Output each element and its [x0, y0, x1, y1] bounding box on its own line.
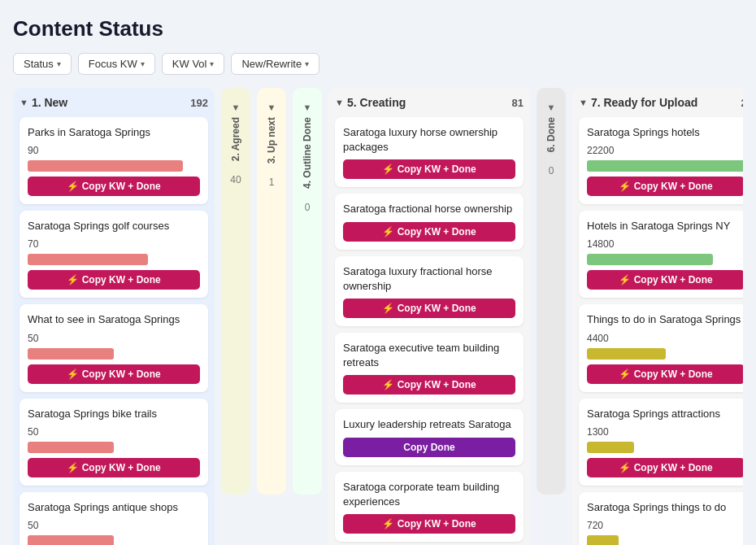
- card-new-4-kw: 50: [28, 426, 200, 438]
- card-creating-3-btn[interactable]: ⚡ Copy KW + Done: [343, 299, 515, 318]
- col-done-arrow: ▼: [547, 102, 556, 112]
- card-creating-4-title: Saratoga executive team building retreat…: [343, 341, 515, 370]
- card-new-1-title: Parks in Saratoga Springs: [28, 125, 200, 140]
- column-outline: ▼ 4. Outline Done 0: [293, 88, 322, 495]
- col-creating-title: ▼ 5. Creating: [335, 96, 406, 109]
- card-upload-3-bar: [587, 348, 666, 360]
- col-creating-arrow: ▼: [335, 98, 344, 107]
- filter-status[interactable]: Status: [13, 53, 72, 75]
- card-upload-4-title: Saratoga Springs attractions: [587, 407, 743, 421]
- card-upload-5-kw: 720: [587, 520, 743, 531]
- card-new-1: Parks in Saratoga Springs 90 ⚡ Copy KW +…: [20, 117, 208, 204]
- card-upload-4: Saratoga Springs attractions 1300 ⚡ Copy…: [579, 399, 743, 486]
- card-upload-1-btn[interactable]: ⚡ Copy KW + Done: [587, 177, 743, 196]
- card-creating-6: Saratoga corporate team building experie…: [335, 472, 524, 542]
- col-new-arrow: ▼: [20, 98, 28, 107]
- filter-bar: Status Focus KW KW Vol New/Rewrite: [13, 53, 743, 75]
- col-upnext-arrow: ▼: [267, 102, 276, 112]
- column-upload: ▼ 7. Ready for Upload 20 Saratoga Spring…: [572, 88, 743, 545]
- page-wrapper: Content Status Status Focus KW KW Vol Ne…: [0, 0, 756, 545]
- col-agreed-inner: ▼ 2. Agreed 40: [228, 96, 244, 192]
- card-new-3: What to see in Saratoga Springs 50 ⚡ Cop…: [20, 304, 208, 391]
- card-creating-1-title: Saratoga luxury horse ownership packages: [343, 125, 515, 155]
- card-creating-2-title: Saratoga fractional horse ownership: [343, 202, 515, 216]
- col-new-count: 192: [190, 97, 208, 109]
- card-upload-2-kw: 14800: [587, 238, 743, 250]
- filter-focus-kw[interactable]: Focus KW: [78, 53, 155, 75]
- col-new-title: ▼ 1. New: [20, 96, 67, 109]
- col-upload-header: ▼ 7. Ready for Upload 20: [579, 96, 743, 109]
- card-upload-2-btn[interactable]: ⚡ Copy KW + Done: [587, 270, 743, 290]
- card-new-1-kw: 90: [28, 145, 200, 156]
- page-title: Content Status: [13, 16, 743, 41]
- col-upnext-count: 1: [269, 177, 275, 188]
- card-new-3-btn[interactable]: ⚡ Copy KW + Done: [28, 364, 200, 384]
- col-upnext-inner: ▼ 3. Up next 1: [263, 96, 280, 194]
- card-new-2: Saratoga Springs golf courses 70 ⚡ Copy …: [20, 211, 208, 298]
- filter-new-rewrite[interactable]: New/Rewrite: [231, 53, 319, 75]
- card-creating-3-title: Saratoga luxury fractional horse ownersh…: [343, 264, 515, 294]
- card-upload-4-kw: 1300: [587, 426, 743, 438]
- col-done-title: 6. Done: [545, 117, 557, 152]
- col-upload-arrow: ▼: [579, 98, 588, 107]
- card-creating-5: Luxury leadership retreats Saratoga Copy…: [335, 409, 524, 464]
- card-new-5-kw: 50: [28, 520, 200, 531]
- col-new-header: ▼ 1. New 192: [20, 96, 208, 109]
- col-outline-title: 4. Outline Done: [302, 117, 313, 189]
- card-upload-4-bar: [587, 442, 634, 453]
- card-new-5: Saratoga Springs antique shops 50 ⚡ Copy…: [20, 492, 208, 545]
- card-new-5-bar: [28, 535, 114, 545]
- col-done-count: 0: [549, 165, 554, 177]
- card-creating-4: Saratoga executive team building retreat…: [335, 333, 524, 403]
- card-creating-5-btn[interactable]: Copy Done: [343, 438, 515, 457]
- filter-kw-vol[interactable]: KW Vol: [162, 53, 225, 75]
- card-upload-1-title: Saratoga Springs hotels: [587, 125, 743, 140]
- col-creating-count: 81: [512, 97, 524, 109]
- col-outline-count: 0: [305, 202, 311, 213]
- card-new-2-btn[interactable]: ⚡ Copy KW + Done: [28, 270, 200, 290]
- card-new-3-title: What to see in Saratoga Springs: [28, 312, 200, 327]
- card-new-4-btn[interactable]: ⚡ Copy KW + Done: [28, 458, 200, 477]
- card-new-2-kw: 70: [28, 238, 200, 250]
- col-agreed-count: 40: [230, 174, 241, 185]
- col-done-inner: ▼ 6. Done 0: [543, 96, 559, 183]
- card-creating-1-btn[interactable]: ⚡ Copy KW + Done: [343, 159, 515, 179]
- card-creating-3: Saratoga luxury fractional horse ownersh…: [335, 256, 524, 326]
- card-creating-1: Saratoga luxury horse ownership packages…: [335, 117, 524, 187]
- column-upnext: ▼ 3. Up next 1: [257, 88, 286, 495]
- col-creating-header: ▼ 5. Creating 81: [335, 96, 524, 109]
- card-upload-1-bar: [587, 160, 743, 172]
- card-new-3-bar: [28, 348, 114, 360]
- card-creating-5-title: Luxury leadership retreats Saratoga: [343, 417, 515, 432]
- card-upload-5: Saratoga Springs things to do 720 ⚡ Copy…: [579, 492, 743, 545]
- card-upload-3-title: Things to do in Saratoga Springs: [587, 312, 743, 327]
- card-creating-4-btn[interactable]: ⚡ Copy KW + Done: [343, 375, 515, 395]
- col-upnext-title: 3. Up next: [266, 117, 277, 164]
- card-creating-2-btn[interactable]: ⚡ Copy KW + Done: [343, 222, 515, 242]
- card-new-5-title: Saratoga Springs antique shops: [28, 500, 200, 515]
- column-creating: ▼ 5. Creating 81 Saratoga luxury horse o…: [328, 88, 530, 545]
- card-upload-4-btn[interactable]: ⚡ Copy KW + Done: [587, 458, 743, 477]
- col-agreed-title: 2. Agreed: [230, 117, 241, 161]
- card-new-4-bar: [28, 442, 114, 453]
- col-upload-title: ▼ 7. Ready for Upload: [579, 96, 697, 109]
- card-new-4-title: Saratoga Springs bike trails: [28, 407, 200, 421]
- card-upload-5-bar: [587, 535, 619, 545]
- column-new: ▼ 1. New 192 Parks in Saratoga Springs 9…: [13, 88, 215, 545]
- card-upload-3-btn[interactable]: ⚡ Copy KW + Done: [587, 364, 743, 384]
- column-done: ▼ 6. Done 0: [537, 88, 566, 495]
- card-creating-6-title: Saratoga corporate team building experie…: [343, 480, 515, 509]
- card-new-1-btn[interactable]: ⚡ Copy KW + Done: [28, 177, 200, 196]
- card-upload-3-kw: 4400: [587, 333, 743, 344]
- card-new-4: Saratoga Springs bike trails 50 ⚡ Copy K…: [20, 399, 208, 486]
- card-creating-6-btn[interactable]: ⚡ Copy KW + Done: [343, 514, 515, 534]
- card-upload-5-title: Saratoga Springs things to do: [587, 500, 743, 515]
- card-upload-2-bar: [587, 254, 713, 265]
- column-agreed: ▼ 2. Agreed 40: [221, 88, 250, 495]
- card-new-2-title: Saratoga Springs golf courses: [28, 219, 200, 233]
- card-creating-2: Saratoga fractional horse ownership ⚡ Co…: [335, 194, 524, 249]
- card-upload-1-kw: 22200: [587, 145, 743, 156]
- card-upload-2: Hotels in Saratoga Springs NY 14800 ⚡ Co…: [579, 211, 743, 298]
- card-new-2-bar: [28, 254, 148, 265]
- card-new-1-bar: [28, 160, 183, 172]
